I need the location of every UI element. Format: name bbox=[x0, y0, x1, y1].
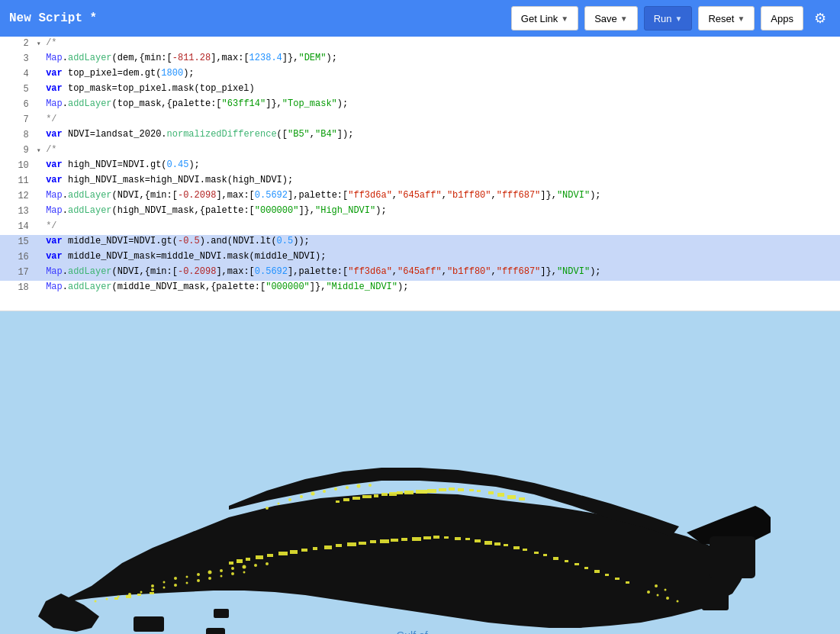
code-line[interactable]: Map.addLayer(high_NDVI_mask,{palette:["0… bbox=[46, 204, 840, 220]
table-row: 3 Map.addLayer(dem,{min:[-811.28],max:[1… bbox=[0, 52, 840, 67]
code-line[interactable]: Map.addLayer(NDVI,{min:[-0.2098],max:[0.… bbox=[46, 189, 840, 204]
apps-label: Apps bbox=[771, 13, 793, 24]
svg-point-108 bbox=[666, 597, 669, 600]
svg-rect-58 bbox=[433, 536, 439, 539]
svg-rect-74 bbox=[553, 557, 558, 560]
line-number: 5 bbox=[0, 82, 35, 98]
svg-point-34 bbox=[220, 569, 223, 572]
table-row: 4 var top_pixel=dem.gt(1800); bbox=[0, 67, 840, 82]
svg-point-91 bbox=[197, 579, 200, 582]
svg-rect-114 bbox=[702, 594, 729, 610]
svg-rect-42 bbox=[256, 555, 263, 559]
svg-point-87 bbox=[151, 588, 154, 591]
svg-rect-71 bbox=[150, 592, 154, 594]
svg-point-97 bbox=[278, 503, 280, 505]
settings-button[interactable]: ⚙ bbox=[809, 5, 831, 31]
svg-rect-13 bbox=[416, 490, 427, 494]
line-number: 6 bbox=[0, 98, 35, 113]
svg-point-100 bbox=[311, 492, 315, 496]
code-line[interactable]: Map.addLayer(dem,{min:[-811.28],max:[123… bbox=[46, 52, 840, 67]
svg-point-94 bbox=[231, 572, 234, 575]
svg-rect-72 bbox=[534, 552, 539, 554]
line-number: 18 bbox=[0, 281, 35, 296]
code-line[interactable]: */ bbox=[46, 113, 840, 128]
table-row: 8 var NDVI=landsat_2020.normalizedDiffer… bbox=[0, 128, 840, 143]
svg-rect-18 bbox=[343, 498, 349, 501]
reset-arrow[interactable]: ▼ bbox=[737, 14, 745, 23]
gear-icon: ⚙ bbox=[814, 10, 826, 27]
code-line[interactable]: var high_NDVI=NDVI.gt(0.45); bbox=[46, 159, 840, 174]
fold-arrow[interactable]: ▾ bbox=[35, 143, 46, 159]
table-row: 15 var middle_NDVI=NDVI.gt(-0.5).and(NDV… bbox=[0, 235, 840, 250]
reset-button[interactable]: Reset ▼ bbox=[698, 6, 755, 31]
code-line[interactable]: var top_pixel=dem.gt(1800); bbox=[46, 67, 840, 82]
svg-point-31 bbox=[186, 576, 188, 578]
line-number: 11 bbox=[0, 174, 35, 189]
svg-rect-16 bbox=[449, 488, 455, 491]
line-number: 4 bbox=[0, 67, 35, 82]
run-button[interactable]: Run ▼ bbox=[644, 6, 693, 31]
svg-rect-43 bbox=[267, 554, 273, 557]
svg-rect-64 bbox=[494, 542, 500, 545]
code-line[interactable]: var high_NDVI_mask=high_NDVI.mask(high_N… bbox=[46, 174, 840, 189]
svg-rect-12 bbox=[404, 491, 414, 494]
svg-rect-67 bbox=[523, 549, 527, 551]
svg-rect-66 bbox=[513, 546, 520, 549]
svg-rect-79 bbox=[605, 574, 609, 576]
svg-rect-57 bbox=[423, 536, 431, 539]
svg-point-89 bbox=[174, 584, 177, 587]
get-link-button[interactable]: Get Link ▼ bbox=[511, 6, 578, 31]
code-line[interactable]: Map.addLayer(NDVI,{min:[-0.2098],max:[0.… bbox=[46, 266, 840, 281]
code-table: 2 ▾ /* 3 Map.addLayer(dem,{min:[-811.28]… bbox=[0, 37, 840, 296]
code-line[interactable]: var middle_NDVI_mask=middle_NDVI.mask(mi… bbox=[46, 250, 840, 266]
code-editor[interactable]: 2 ▾ /* 3 Map.addLayer(dem,{min:[-811.28]… bbox=[0, 37, 840, 311]
svg-point-90 bbox=[186, 582, 188, 584]
svg-point-85 bbox=[128, 593, 131, 596]
svg-point-105 bbox=[369, 484, 372, 487]
code-line[interactable]: Map.addLayer(top_mask,{palette:["63ff14"… bbox=[46, 98, 840, 113]
code-line[interactable]: */ bbox=[46, 220, 840, 235]
svg-point-33 bbox=[208, 571, 212, 574]
fold-arrow bbox=[35, 250, 46, 266]
svg-rect-51 bbox=[359, 542, 366, 545]
svg-rect-25 bbox=[497, 493, 504, 497]
svg-rect-41 bbox=[246, 558, 250, 561]
svg-rect-112 bbox=[134, 616, 164, 632]
svg-rect-47 bbox=[313, 547, 317, 550]
svg-point-32 bbox=[197, 573, 200, 576]
apps-button[interactable]: Apps bbox=[761, 6, 803, 31]
code-line[interactable]: /* bbox=[46, 37, 840, 52]
fold-arrow bbox=[35, 174, 46, 189]
svg-point-82 bbox=[95, 600, 97, 603]
line-number: 2 bbox=[0, 37, 35, 52]
fold-arrow[interactable]: ▾ bbox=[35, 37, 46, 52]
table-row: 2 ▾ /* bbox=[0, 37, 840, 52]
code-line[interactable]: var NDVI=landsat_2020.normalizedDifferen… bbox=[46, 128, 840, 143]
svg-rect-62 bbox=[475, 539, 481, 542]
svg-rect-40 bbox=[237, 559, 243, 563]
svg-rect-54 bbox=[391, 539, 398, 542]
svg-point-38 bbox=[266, 562, 269, 565]
map-panel[interactable]: Gulf of Mexico Caribbean Sea https://blo… bbox=[0, 311, 840, 634]
svg-point-109 bbox=[677, 600, 679, 603]
svg-rect-14 bbox=[427, 489, 436, 493]
svg-rect-21 bbox=[458, 488, 464, 491]
svg-point-83 bbox=[106, 598, 108, 600]
code-line[interactable]: Map.addLayer(middle_NDVI_mask,{palette:[… bbox=[46, 281, 840, 296]
svg-rect-24 bbox=[488, 491, 494, 494]
svg-rect-46 bbox=[301, 549, 307, 552]
run-arrow[interactable]: ▼ bbox=[675, 14, 683, 23]
svg-point-104 bbox=[357, 484, 361, 488]
run-label: Run bbox=[654, 13, 672, 24]
svg-rect-55 bbox=[401, 538, 407, 541]
save-arrow[interactable]: ▼ bbox=[620, 14, 628, 23]
code-line[interactable]: /* bbox=[46, 143, 840, 159]
line-number: 14 bbox=[0, 220, 35, 235]
code-line[interactable]: var top_mask=top_pixel.mask(top_pixel) bbox=[46, 82, 840, 98]
save-button[interactable]: Save ▼ bbox=[584, 6, 638, 31]
code-line[interactable]: var middle_NDVI=NDVI.gt(-0.5).and(NDVI.l… bbox=[46, 235, 840, 250]
svg-point-99 bbox=[300, 495, 303, 498]
svg-rect-39 bbox=[229, 562, 233, 565]
svg-rect-113 bbox=[206, 628, 225, 634]
get-link-arrow[interactable]: ▼ bbox=[561, 14, 568, 23]
